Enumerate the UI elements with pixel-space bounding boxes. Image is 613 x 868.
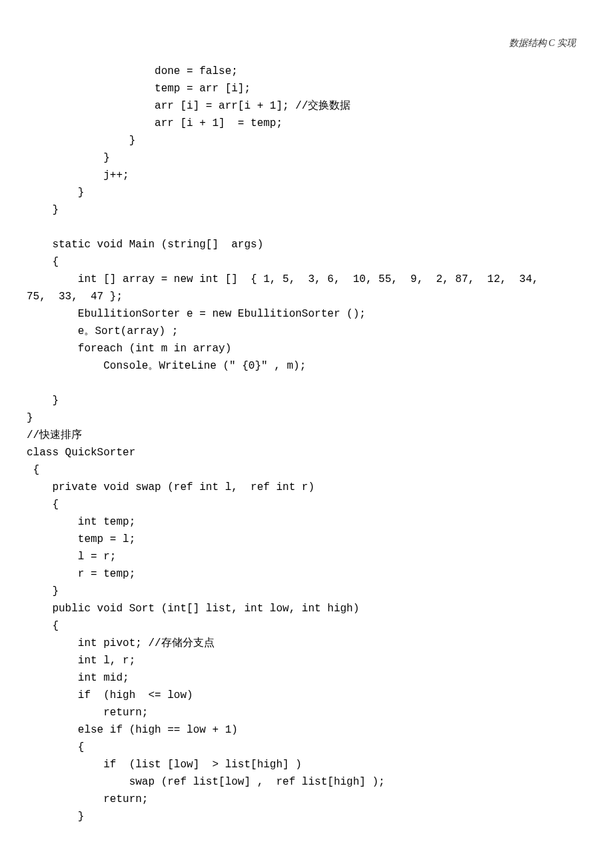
code-content: done = false; temp = arr [i]; arr [i] = … (27, 63, 586, 825)
page-header: 数据结构 C 实现 (509, 36, 576, 51)
